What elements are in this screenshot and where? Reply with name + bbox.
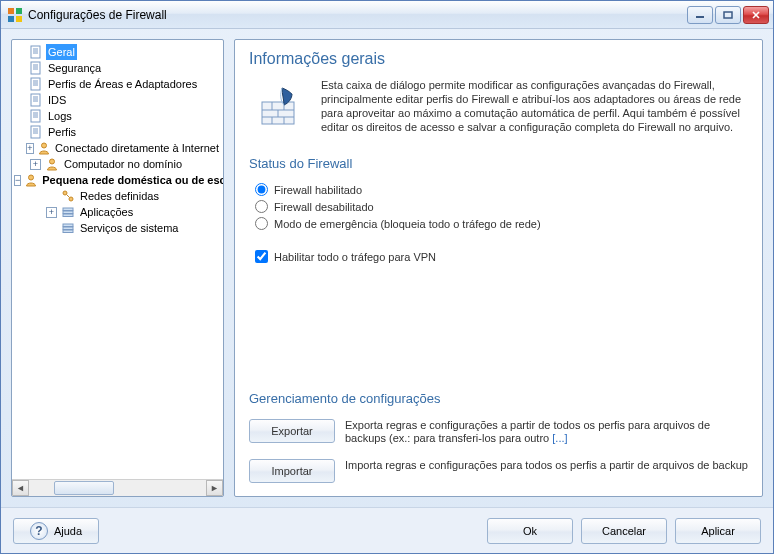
help-button[interactable]: ? Ajuda — [13, 518, 99, 544]
tree-item[interactable]: −Pequena rede doméstica ou de escritório — [14, 172, 221, 188]
status-heading: Status do Firewall — [249, 156, 748, 171]
tree-item[interactable]: Redes definidas — [14, 188, 221, 204]
mgmt-heading: Gerenciamento de configurações — [249, 391, 748, 406]
svg-rect-28 — [31, 126, 40, 138]
svg-rect-3 — [16, 16, 22, 22]
minimize-button[interactable] — [687, 6, 713, 24]
svg-rect-4 — [696, 16, 704, 18]
page-icon — [28, 92, 44, 108]
export-more-link[interactable]: [...] — [552, 432, 567, 444]
page-icon — [28, 124, 44, 140]
svg-rect-1 — [16, 8, 22, 14]
user-icon — [37, 140, 51, 156]
close-icon — [751, 11, 761, 19]
radio-label: Firewall desabilitado — [274, 201, 374, 213]
expand-icon[interactable]: + — [46, 207, 57, 218]
tree-item-label: Perfis de Áreas e Adaptadores — [46, 76, 199, 92]
tree-item[interactable]: Segurança — [14, 60, 221, 76]
svg-rect-40 — [63, 214, 73, 217]
svg-point-32 — [42, 143, 47, 148]
close-button[interactable] — [743, 6, 769, 24]
radio-input[interactable] — [255, 200, 268, 213]
svg-point-34 — [29, 175, 34, 180]
svg-rect-8 — [31, 46, 40, 58]
svg-rect-5 — [724, 12, 732, 18]
apply-button[interactable]: Aplicar — [675, 518, 761, 544]
page-icon — [28, 60, 44, 76]
tree-item-label: Serviços de sistema — [78, 220, 180, 236]
help-icon: ? — [30, 522, 48, 540]
description-text: Esta caixa de diálogo permite modificar … — [321, 78, 748, 134]
cancel-button[interactable]: Cancelar — [581, 518, 667, 544]
dialog-window: Configurações de Firewall GeralSegurança… — [0, 0, 774, 554]
tree-panel: GeralSegurançaPerfis de Áreas e Adaptado… — [11, 39, 224, 497]
scroll-left-button[interactable]: ◄ — [12, 480, 29, 496]
firewall-status-radio[interactable]: Firewall desabilitado — [249, 198, 748, 215]
svg-point-35 — [63, 191, 67, 195]
collapse-icon[interactable]: − — [14, 175, 21, 186]
net-icon — [60, 188, 76, 204]
scroll-right-button[interactable]: ► — [206, 480, 223, 496]
tree-item[interactable]: Serviços de sistema — [14, 220, 221, 236]
tree-item-label: IDS — [46, 92, 68, 108]
svg-rect-39 — [63, 211, 73, 214]
tree-item[interactable]: Perfis — [14, 124, 221, 140]
tree-item[interactable]: Geral — [14, 44, 221, 60]
vpn-checkbox[interactable] — [255, 250, 268, 263]
export-button[interactable]: Exportar — [249, 419, 335, 443]
svg-point-36 — [69, 197, 73, 201]
tree-item[interactable]: Logs — [14, 108, 221, 124]
tree-item-label: Aplicações — [78, 204, 135, 220]
stack-icon — [60, 220, 76, 236]
tree-item[interactable]: IDS — [14, 92, 221, 108]
tree-item-label: Logs — [46, 108, 74, 124]
svg-rect-24 — [31, 110, 40, 122]
svg-rect-42 — [63, 227, 73, 230]
radio-input[interactable] — [255, 217, 268, 230]
firewall-status-radio[interactable]: Firewall habilitado — [249, 181, 748, 198]
tree-item-label: Conectado diretamente à Internet — [53, 140, 221, 156]
titlebar[interactable]: Configurações de Firewall — [1, 1, 773, 29]
maximize-button[interactable] — [715, 6, 741, 24]
tree-item-label: Segurança — [46, 60, 103, 76]
maximize-icon — [723, 11, 733, 19]
import-description: Importa regras e configurações para todo… — [345, 459, 748, 472]
svg-line-37 — [67, 195, 70, 198]
user-icon — [24, 172, 38, 188]
tree-item[interactable]: Perfis de Áreas e Adaptadores — [14, 76, 221, 92]
export-description: Exporta regras e configurações a partir … — [345, 419, 748, 445]
firewall-icon — [249, 78, 311, 128]
radio-label: Modo de emergência (bloqueia todo o tráf… — [274, 218, 541, 230]
import-button[interactable]: Importar — [249, 459, 335, 483]
page-icon — [28, 44, 44, 60]
svg-rect-0 — [8, 8, 14, 14]
svg-point-33 — [50, 159, 55, 164]
expand-icon[interactable]: + — [30, 159, 41, 170]
content-panel: Informações gerais — [234, 39, 763, 497]
tree-item-label: Geral — [46, 44, 77, 60]
ok-button[interactable]: Ok — [487, 518, 573, 544]
svg-rect-16 — [31, 78, 40, 90]
nav-tree[interactable]: GeralSegurançaPerfis de Áreas e Adaptado… — [12, 40, 223, 479]
stack-icon — [60, 204, 76, 220]
tree-item-label: Pequena rede doméstica ou de escritório — [40, 172, 223, 188]
tree-item[interactable]: +Aplicações — [14, 204, 221, 220]
scroll-track[interactable] — [29, 480, 206, 496]
scroll-thumb[interactable] — [54, 481, 114, 495]
tree-item[interactable]: +Computador no domínio — [14, 156, 221, 172]
page-icon — [28, 108, 44, 124]
tree-item-label: Perfis — [46, 124, 78, 140]
horizontal-scrollbar[interactable]: ◄ ► — [12, 479, 223, 496]
tree-item-label: Computador no domínio — [62, 156, 184, 172]
firewall-status-radio[interactable]: Modo de emergência (bloqueia todo o tráf… — [249, 215, 748, 232]
svg-rect-43 — [63, 230, 73, 233]
vpn-checkbox-row[interactable]: Habilitar todo o tráfego para VPN — [249, 248, 748, 265]
page-title: Informações gerais — [249, 50, 748, 68]
expand-icon[interactable]: + — [26, 143, 35, 154]
dialog-body: GeralSegurançaPerfis de Áreas e Adaptado… — [1, 29, 773, 507]
svg-rect-38 — [63, 208, 73, 211]
tree-item[interactable]: +Conectado diretamente à Internet — [14, 140, 221, 156]
radio-label: Firewall habilitado — [274, 184, 362, 196]
radio-input[interactable] — [255, 183, 268, 196]
svg-rect-41 — [63, 224, 73, 227]
